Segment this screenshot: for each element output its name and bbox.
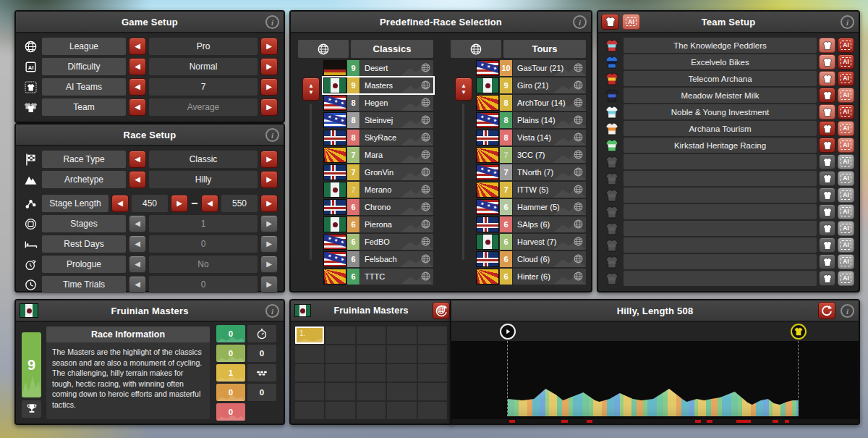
team-12-ai-button[interactable]: AI [838,221,854,236]
grid-cell-r2c4[interactable] [387,345,416,363]
stage-length-min-decrease-button[interactable]: ◀ [111,195,129,212]
race-row-tttc[interactable]: 6TTTC [323,269,433,285]
info-icon[interactable]: i [265,15,279,29]
team-11-ai-button[interactable]: AI [838,204,854,219]
race-type-increase-button[interactable]: ▶ [260,151,278,168]
race-row-cloud-6[interactable]: 6Cloud (6) [476,251,586,267]
grid-cell-r1c4[interactable] [387,327,416,344]
grid-cell-r2c5[interactable] [418,345,447,363]
team-9-ai-button[interactable]: AI [838,171,854,186]
league-increase-button[interactable]: ▶ [260,38,278,55]
grid-cell-r5c5[interactable] [418,402,447,419]
stage-length-max-increase-button[interactable]: ▶ [260,195,278,212]
team-1-ai-button[interactable]: AI [838,38,854,53]
list-sort-button[interactable]: ▲▼ [302,77,320,101]
race-row-merano[interactable]: 7Merano [323,182,433,198]
race-row-vista-14[interactable]: 8Vista (14) [476,130,586,146]
grid-cell-r3c2[interactable] [326,364,354,382]
team-10-shirt-button[interactable] [819,188,835,203]
team-9-shirt-button[interactable] [819,171,835,186]
team-decrease-button[interactable]: ◀ [129,98,146,116]
team-4-shirt-button[interactable] [819,88,835,103]
team-3-ai-button[interactable]: AI [838,71,854,86]
race-row-giro-21[interactable]: 9Giro (21) [476,77,586,93]
team-15-ai-button[interactable]: AI [838,271,854,286]
rest-days-increase-button[interactable]: ▶ [260,235,278,253]
race-row-fedbo[interactable]: 6FedBO [323,234,433,250]
grid-cell-r3c3[interactable] [357,364,386,382]
team-increase-button[interactable]: ▶ [260,98,278,116]
race-row-chrono[interactable]: 6Chrono [323,199,433,215]
grid-cell-r4c2[interactable] [326,383,354,400]
grid-cell-r3c5[interactable] [418,364,447,382]
info-icon[interactable]: i [265,128,279,142]
team-2-ai-button[interactable]: AI [838,54,854,70]
race-row-masters[interactable]: 9Masters [323,77,433,93]
archetype-increase-button[interactable]: ▶ [260,171,278,188]
team-7-shirt-button[interactable] [819,138,835,153]
ai-teams-increase-button[interactable]: ▶ [260,78,278,96]
archetype-decrease-button[interactable]: ◀ [129,171,146,188]
grid-cell-r1c3[interactable] [357,327,386,344]
team-8-shirt-button[interactable] [819,154,835,169]
stages-increase-button[interactable]: ▶ [260,215,278,232]
info-icon[interactable]: i [265,304,279,318]
rest-days-decrease-button[interactable]: ◀ [129,235,146,253]
list-scrollbar-track[interactable] [462,104,464,260]
race-row-ittw-5[interactable]: 7ITTW (5) [476,182,586,198]
team-13-ai-button[interactable]: AI [838,237,854,253]
team-14-ai-button[interactable]: AI [838,254,854,269]
list-region-header[interactable] [298,40,349,58]
info-icon[interactable]: i [841,15,854,29]
grid-cell-r5c2[interactable] [326,402,354,419]
grid-cell-r4c5[interactable] [418,383,447,400]
grid-cell-r2c2[interactable] [326,345,354,363]
grid-cell-r5c3[interactable] [357,402,386,419]
race-row-plains-14[interactable]: 8Plains (14) [476,112,586,128]
team-5-ai-button[interactable]: AI [838,104,854,119]
race-row-felsbach[interactable]: 6Felsbach [323,251,433,267]
team-6-shirt-button[interactable] [819,121,835,136]
grid-cell-r4c4[interactable] [387,383,416,400]
race-row-desert[interactable]: 9Desert [323,60,433,76]
grid-cell-r4c1[interactable] [295,383,324,400]
stage-length-min-increase-button[interactable]: ▶ [171,195,188,212]
team-8-ai-button[interactable]: AI [838,154,854,169]
race-row-hegen[interactable]: 8Hegen [323,95,433,111]
team-5-shirt-button[interactable] [819,104,835,119]
difficulty-decrease-button[interactable]: ◀ [129,58,146,75]
race-row-3cc-7[interactable]: 73CC (7) [476,147,586,163]
all-teams-ai-button[interactable]: AI [622,14,640,30]
team-14-shirt-button[interactable] [819,254,835,269]
stage-finish-jersey-icon[interactable] [791,324,807,340]
team-1-shirt-button[interactable] [819,38,835,53]
prologue-increase-button[interactable]: ▶ [260,256,278,273]
grid-cell-r2c3[interactable] [357,345,386,363]
race-row-skyrace[interactable]: 8SkyRace [323,130,433,146]
team-7-ai-button[interactable]: AI [838,138,854,153]
stage-length-max-decrease-button[interactable]: ◀ [201,195,218,212]
difficulty-increase-button[interactable]: ▶ [260,58,278,75]
info-icon[interactable]: i [573,15,587,29]
grid-cell-r1c1[interactable]: 1. [295,327,324,344]
grid-cell-r1c5[interactable] [418,327,447,344]
race-row-tnorth-7[interactable]: 7TNorth (7) [476,164,586,180]
team-10-ai-button[interactable]: AI [838,188,854,203]
list-region-header[interactable] [451,40,501,58]
grid-cell-r1c2[interactable] [326,327,354,344]
race-row-gastour-21[interactable]: 10GasTour (21) [476,60,586,76]
race-row-hammer-5[interactable]: 6Hammer (5) [476,199,586,215]
list-scrollbar-track[interactable] [310,104,312,260]
grid-cell-r3c4[interactable] [387,364,416,382]
time-trials-decrease-button[interactable]: ◀ [129,276,146,293]
team-6-ai-button[interactable]: AI [838,121,854,136]
race-row-gronvin[interactable]: 7GronVin [323,164,433,180]
stages-decrease-button[interactable]: ◀ [129,215,146,232]
grid-cell-r5c1[interactable] [295,402,324,419]
team-3-shirt-button[interactable] [819,71,835,86]
grid-cell-r5c4[interactable] [387,402,416,419]
regenerate-race-button[interactable] [433,302,450,319]
list-sort-button[interactable]: ▲▼ [455,77,472,101]
team-15-shirt-button[interactable] [819,271,835,286]
team-13-shirt-button[interactable] [819,237,835,253]
